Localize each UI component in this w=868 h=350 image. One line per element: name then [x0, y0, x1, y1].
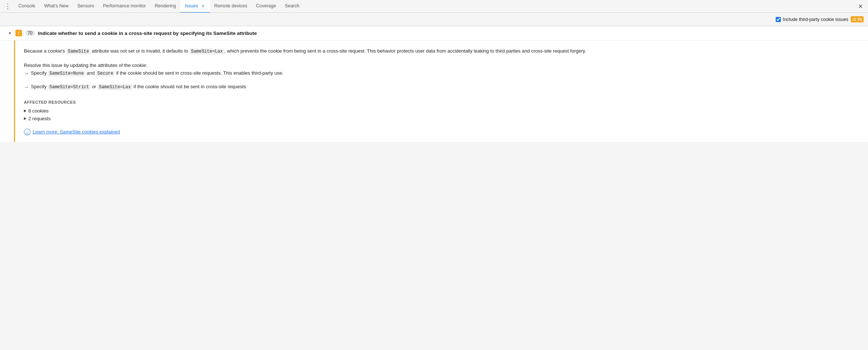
tab-remote-devices-label: Remote devices — [214, 3, 248, 8]
issue-title: Indicate whether to send a cookie in a c… — [38, 31, 257, 36]
issue-count-badge: 70 — [25, 30, 35, 36]
issue-row[interactable]: ↙ ▼ ! 70 Indicate whether to send a cook… — [0, 26, 868, 40]
code-samesite-lax-2: SameSite=Lax — [97, 84, 132, 90]
issue-description-2: Resolve this issue by updating the attri… — [24, 61, 858, 69]
code-secure: Secure — [96, 71, 115, 76]
resource-requests-toggle-icon: ▶ — [24, 117, 26, 120]
tab-rendering[interactable]: Rendering — [150, 0, 181, 13]
resource-cookies[interactable]: ▶ 8 cookies — [24, 108, 858, 114]
affected-resources-section: AFFECTED RESOURCES ▶ 8 cookies ▶ 2 reque… — [24, 100, 858, 121]
issue-bullet-2: → Specify SameSite=Strict or SameSite=La… — [24, 83, 858, 91]
third-party-cookie-label-text: Include third-party cookie issues — [783, 17, 849, 22]
tab-issues[interactable]: Issues ✕ — [180, 0, 210, 13]
issue-warning-icon: ! — [15, 30, 22, 36]
tab-search[interactable]: Search — [280, 0, 304, 13]
affected-resources-label: AFFECTED RESOURCES — [24, 100, 858, 104]
code-samesite-lax: SameSite=Lax — [189, 49, 224, 54]
issue-bullet-1: → Specify SameSite=None and Secure if th… — [24, 69, 858, 78]
badge-count: 70 — [857, 17, 862, 22]
tab-coverage-label: Coverage — [256, 3, 276, 8]
bullet-arrow-1: → — [24, 69, 29, 77]
tab-whats-new[interactable]: What's New — [40, 0, 73, 13]
learn-more-circle-icon: → — [24, 129, 31, 135]
bullet-1-text: Specify SameSite=None and Secure if the … — [31, 69, 284, 78]
devtools-close-button[interactable]: ✕ — [854, 3, 867, 10]
tab-console[interactable]: Console — [14, 0, 40, 13]
learn-more-link[interactable]: → Learn more: SameSite cookies explained — [24, 129, 858, 135]
code-samesite-none: SameSite=None — [48, 71, 85, 76]
third-party-cookie-checkbox[interactable] — [776, 17, 781, 22]
tab-sensors[interactable]: Sensors — [73, 0, 99, 13]
tab-performance-monitor[interactable]: Performance monitor — [99, 0, 150, 13]
tab-whats-new-label: What's New — [44, 3, 68, 8]
more-tabs-button[interactable]: ⋮ — [1, 3, 14, 10]
code-samesite-strict: SameSite=Strict — [48, 84, 90, 90]
bullet-arrow-2: → — [24, 83, 29, 91]
tab-coverage[interactable]: Coverage — [252, 0, 280, 13]
resource-cookies-toggle-icon: ▶ — [24, 109, 26, 113]
tab-rendering-label: Rendering — [155, 3, 176, 8]
code-samesite: SameSite — [66, 49, 90, 54]
issue-detail: Because a cookie's SameSite attribute wa… — [14, 40, 868, 142]
tab-bar: ⋮ Console What's New Sensors Performance… — [0, 0, 868, 13]
tab-issues-close-icon[interactable]: ✕ — [200, 3, 206, 8]
tab-console-label: Console — [18, 3, 35, 8]
issues-toolbar: Include third-party cookie issues ⚠ 70 — [0, 13, 868, 26]
third-party-cookie-checkbox-label[interactable]: Include third-party cookie issues — [776, 17, 849, 22]
bullet-2-text: Specify SameSite=Strict or SameSite=Lax … — [31, 83, 246, 91]
issues-main: ↙ ▼ ! 70 Indicate whether to send a cook… — [0, 26, 868, 142]
tab-performance-monitor-label: Performance monitor — [103, 3, 146, 8]
learn-more-text: Learn more: SameSite cookies explained — [33, 129, 120, 135]
chevron-down-icon: ▼ — [8, 31, 12, 35]
issue-description-1: Because a cookie's SameSite attribute wa… — [24, 47, 858, 56]
tab-sensors-label: Sensors — [77, 3, 94, 8]
resource-cookies-label: 8 cookies — [28, 108, 49, 114]
resource-requests-label: 2 requests — [28, 116, 51, 121]
tab-search-label: Search — [285, 3, 299, 8]
tab-remote-devices[interactable]: Remote devices — [210, 0, 252, 13]
resource-requests[interactable]: ▶ 2 requests — [24, 116, 858, 121]
issues-count-badge: ⚠ 70 — [851, 16, 864, 22]
tab-issues-label: Issues — [185, 3, 198, 8]
badge-warning-icon: ⚠ — [853, 17, 856, 22]
